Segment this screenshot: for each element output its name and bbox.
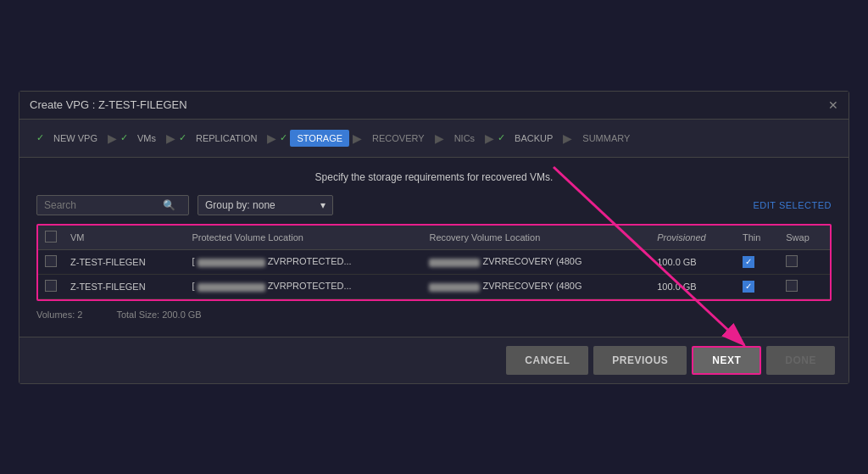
row1-swap-checkbox[interactable] [786,255,798,267]
header-pvl: Protected Volume Location [185,226,422,250]
row1-vm: Z-TEST-FILEGEN [64,249,185,274]
row2-vm: Z-TEST-FILEGEN [64,274,185,298]
table-row: Z-TEST-FILEGEN [ ZVRPROTECTED... ZVRRECO… [38,274,830,298]
previous-button[interactable]: PREVIOUS [593,346,687,375]
wizard-steps: ✓ NEW VPG ▶ ✓ VMs ▶ ✓ REPLICATION ▶ ✓ ST… [19,120,849,158]
header-thin: Thin [736,226,779,250]
step-new-vpg[interactable]: ✓ NEW VPG [36,130,104,147]
volumes-count: Volumes: 2 [36,309,82,320]
group-by-select[interactable]: Group by: none ▾ [198,195,333,215]
page-subtitle: Specify the storage requirements for rec… [36,171,832,183]
step-replication[interactable]: ✓ REPLICATION [179,130,264,147]
row2-swap [779,274,830,298]
storage-table: VM Protected Volume Location Recovery Vo… [38,226,830,299]
row1-checkbox[interactable] [45,255,57,267]
header-checkbox-cell [38,226,64,250]
search-box[interactable]: 🔍 [36,195,189,215]
create-vpg-dialog: Create VPG : Z-TEST-FILEGEN ✕ ✓ NEW VPG … [19,91,849,384]
table-header-row: VM Protected Volume Location Recovery Vo… [38,226,830,250]
toolbar: 🔍 Group by: none ▾ EDIT SELECTED [36,195,832,215]
footer-wrapper: CANCEL PREVIOUS NEXT DONE [19,337,849,383]
step-summary[interactable]: SUMMARY [576,130,637,147]
step-backup[interactable]: ✓ BACKUP [498,130,559,147]
table-row: Z-TEST-FILEGEN [ ZVRPROTECTED... ZVRRECO… [38,249,830,274]
header-provisioned: Provisioned [650,226,736,250]
select-all-checkbox[interactable] [45,231,57,243]
row1-pvl: [ ZVRPROTECTED... [185,249,422,274]
dialog-footer: CANCEL PREVIOUS NEXT DONE [19,337,849,383]
step-nics[interactable]: NICs [448,130,481,147]
dialog-title: Create VPG : Z-TEST-FILEGEN [30,98,187,111]
row1-thin-checkbox[interactable]: ✓ [743,256,754,268]
search-input[interactable] [44,199,163,211]
row1-checkbox-cell [38,249,64,274]
row1-provisioned: 100.0 GB [650,249,736,274]
total-size: Total Size: 200.0 GB [116,309,201,320]
storage-table-container: VM Protected Volume Location Recovery Vo… [36,224,832,301]
row1-swap [779,249,830,274]
row2-checkbox[interactable] [45,280,57,292]
close-button[interactable]: ✕ [828,98,838,112]
row2-thin: ✓ [736,274,779,298]
step-storage[interactable]: ✓ STORAGE [280,130,349,147]
row2-thin-checkbox[interactable]: ✓ [743,281,754,293]
row2-rvl: ZVRRECOVERY (480G [422,274,650,298]
step-recovery[interactable]: RECOVERY [365,130,431,147]
footer-info: Volumes: 2 Total Size: 200.0 GB [36,301,832,323]
row1-rvl: ZVRRECOVERY (480G [422,249,650,274]
next-button[interactable]: NEXT [692,346,761,375]
cancel-button[interactable]: CANCEL [506,346,588,375]
row2-rvl-blurred [429,283,480,292]
row2-pvl: [ ZVRPROTECTED... [185,274,422,298]
title-bar: Create VPG : Z-TEST-FILEGEN ✕ [19,92,849,120]
row1-pvl-blurred [198,259,265,267]
header-swap: Swap [779,226,830,250]
step-vms[interactable]: ✓ VMs [120,130,163,147]
header-rvl: Recovery Volume Location [422,226,650,250]
search-icon: 🔍 [163,199,175,211]
done-button[interactable]: DONE [766,346,835,375]
chevron-down-icon: ▾ [320,199,326,211]
row2-provisioned: 100.0 GB [650,274,736,298]
row2-swap-checkbox[interactable] [786,280,798,292]
row1-rvl-blurred [429,259,480,267]
dialog-body: Specify the storage requirements for rec… [19,158,849,337]
header-vm: VM [64,226,185,250]
row2-checkbox-cell [38,274,64,298]
row2-pvl-blurred [198,283,265,292]
edit-selected-button[interactable]: EDIT SELECTED [754,200,832,210]
row1-thin: ✓ [736,249,779,274]
